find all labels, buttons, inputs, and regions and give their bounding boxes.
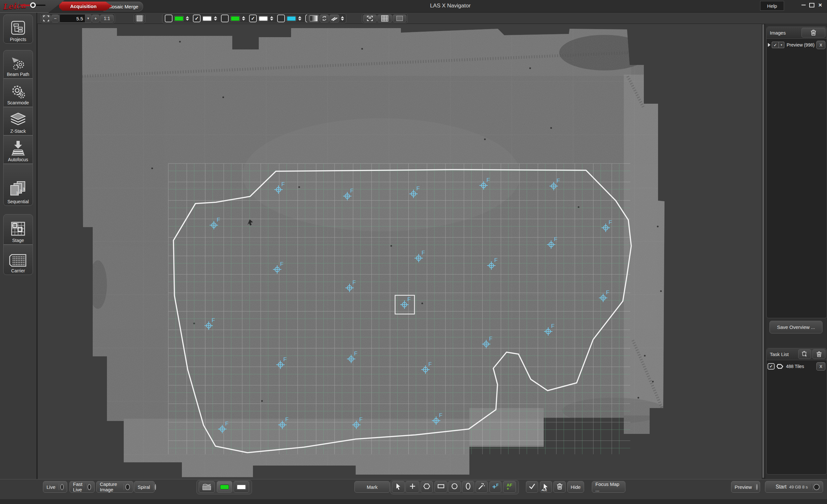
focus-point-label: F <box>489 336 492 342</box>
preview-button[interactable]: Preview <box>731 481 760 493</box>
lut-group <box>307 13 346 23</box>
focus-point-label: F <box>494 257 497 263</box>
focus-point-label: F <box>407 296 410 302</box>
images-panel: Images ✓ ▼ Preview (998) X <box>766 27 827 318</box>
sidebar-item-carrier[interactable]: Carrier <box>3 245 33 275</box>
sidebar-item-z-stack[interactable]: Z-Stack <box>3 107 33 135</box>
zoom-fit-button[interactable] <box>42 14 51 22</box>
confirm-tool[interactable] <box>526 481 538 493</box>
svg-text:2: 2 <box>19 189 21 193</box>
tab-acquisition[interactable]: Acquisition <box>59 2 112 11</box>
focus-point-label: F <box>556 178 560 184</box>
channel-4-spinner[interactable] <box>270 16 273 21</box>
channel-5-checkbox[interactable] <box>277 14 285 22</box>
minimize-icon[interactable] <box>800 3 806 7</box>
add-focus-point-tool[interactable]: +F <box>489 481 501 493</box>
tile-color-green-button[interactable] <box>217 481 232 493</box>
channel-1-color-swatch[interactable] <box>175 16 184 21</box>
focus-map-label: Focus Map ... <box>595 482 622 492</box>
fit-view-button[interactable] <box>363 14 377 22</box>
focus-point-label: F <box>281 181 285 187</box>
select-cursor-tool[interactable] <box>392 481 405 493</box>
capture-image-label: Capture Image <box>100 482 120 492</box>
delete-images-button[interactable] <box>801 28 825 38</box>
close-window-icon[interactable]: ✕ <box>817 3 823 7</box>
sidebar-item-autofocus[interactable]: Autofocus <box>3 135 33 164</box>
ellipse-region-tool[interactable] <box>462 481 474 493</box>
channel-4-color-swatch[interactable] <box>259 16 268 21</box>
channel-2-checkbox[interactable]: ✓ <box>193 14 201 22</box>
live-button[interactable]: Live <box>43 481 67 493</box>
contrast-slope-button[interactable] <box>330 14 339 22</box>
channel-2-spinner[interactable] <box>214 16 217 21</box>
af-plus-icon: AF+ <box>506 483 512 491</box>
autofocus-point-tool[interactable]: AF+ <box>503 481 516 493</box>
polygon-region-tool[interactable] <box>421 481 433 493</box>
mark-label: Mark <box>367 484 377 490</box>
refresh-channels-button[interactable] <box>320 14 329 22</box>
fast-live-led <box>88 484 91 490</box>
save-overview-button[interactable]: Save Overview ... <box>770 321 823 334</box>
zoom-one-to-one-button[interactable]: 1:1 <box>100 14 114 22</box>
channel-5-spinner[interactable] <box>298 16 301 21</box>
slope-spinner[interactable] <box>341 16 344 21</box>
channel-3-color-swatch[interactable] <box>231 16 240 21</box>
mark-button[interactable]: Mark <box>354 481 390 493</box>
sidebar-item-projects[interactable]: Projects <box>3 14 33 44</box>
intensity-slider-knob[interactable] <box>30 2 36 8</box>
image-options-dropdown[interactable]: ▼ <box>779 42 784 48</box>
sidebar-item-stage[interactable]: Stage <box>3 214 33 245</box>
start-button[interactable]: Start 49 GB 8 s <box>765 481 823 493</box>
zoom-out-button[interactable]: − <box>51 14 59 22</box>
gradient-lut-button[interactable] <box>308 14 319 22</box>
task-list-item[interactable]: ✓ 488 Tiles X <box>767 362 827 370</box>
circle-region-tool[interactable] <box>448 481 461 493</box>
channel-1-checkbox[interactable] <box>165 14 173 22</box>
hide-button[interactable]: Hide <box>567 481 584 493</box>
fast-live-button[interactable]: Fast Live <box>69 481 95 493</box>
live-led <box>60 484 64 490</box>
channel-3-checkbox[interactable] <box>221 14 229 22</box>
image-visibility-checkbox[interactable]: ✓ <box>772 42 779 48</box>
tile-color-white-button[interactable] <box>234 481 249 493</box>
sidebar-item-scanmode[interactable]: Scanmode <box>3 79 33 107</box>
navigator-canvas[interactable]: FFFFFFFFFFFFFFFFFFFFFFFF <box>37 23 762 479</box>
magic-wand-tool[interactable] <box>476 481 488 493</box>
channel-2-color-swatch[interactable] <box>202 16 211 21</box>
capture-image-button[interactable]: Capture Image <box>96 481 134 493</box>
spiral-button[interactable]: Spiral <box>134 481 155 493</box>
zoom-dropdown[interactable]: ▼ <box>85 14 91 22</box>
image-list-item[interactable]: ✓ ▼ Preview (998) X <box>767 41 827 49</box>
dotted-grid-view-button[interactable] <box>393 14 406 22</box>
expand-arrow-icon[interactable] <box>768 43 771 47</box>
channel-3-spinner[interactable] <box>242 16 245 21</box>
tile-scan-pattern-button[interactable] <box>199 481 215 493</box>
channel-5-color-swatch[interactable] <box>287 16 296 21</box>
delete-selected-task-button[interactable] <box>798 349 811 359</box>
preview-label: Preview <box>735 484 752 490</box>
panel-splitter[interactable] <box>762 23 765 479</box>
focus-map-button[interactable]: Focus Map ... <box>592 481 625 493</box>
zoom-in-button[interactable]: + <box>92 14 99 22</box>
help-button[interactable]: Help <box>760 1 784 11</box>
sidebar-item-beam-path[interactable]: Beam Path <box>3 50 33 79</box>
tile-grid-view-button[interactable] <box>377 14 392 22</box>
select-all-tool[interactable]: ALL <box>540 481 552 493</box>
sidebar-item-sequential[interactable]: 321Sequential <box>3 164 33 206</box>
channel-4-checkbox[interactable]: ✓ <box>249 14 257 22</box>
task-checkbox[interactable]: ✓ <box>768 363 775 369</box>
delete-all-tasks-button[interactable] <box>813 349 825 359</box>
add-point-tool[interactable] <box>405 481 419 493</box>
single-view-button[interactable] <box>135 14 144 22</box>
remove-image-button[interactable]: X <box>816 41 825 49</box>
divider <box>18 1 18 10</box>
intensity-slider-fill <box>20 4 31 6</box>
channel-1-spinner[interactable] <box>186 16 189 21</box>
zoom-value[interactable]: 5.5 <box>59 14 85 22</box>
projects-icon <box>10 19 27 36</box>
tile-scan-icon <box>202 483 211 491</box>
maximize-icon[interactable] <box>809 3 815 7</box>
delete-regions-tool[interactable] <box>553 481 566 493</box>
remove-task-button[interactable]: X <box>816 362 825 370</box>
rectangle-region-tool[interactable] <box>435 481 447 493</box>
